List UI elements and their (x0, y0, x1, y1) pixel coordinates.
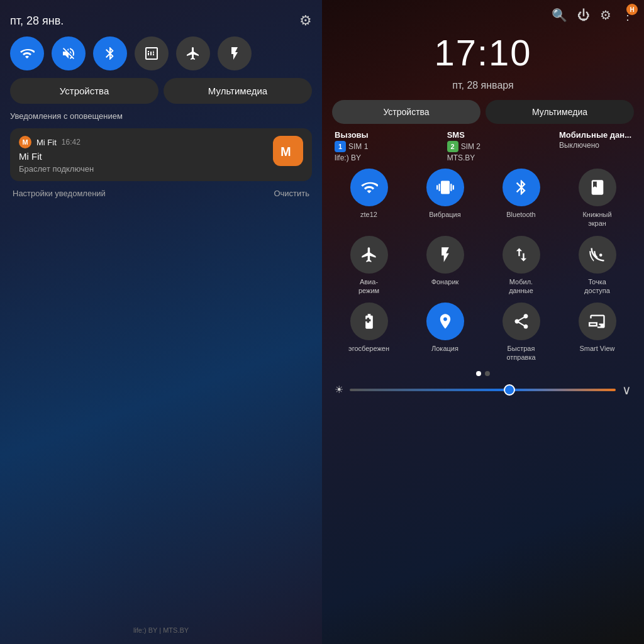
data-status: Выключено (559, 141, 599, 150)
brightness-row[interactable]: ☀ ∨ (332, 382, 634, 397)
left-header: пт, 28 янв. ⚙ (10, 13, 312, 29)
book-screen-circle (579, 169, 616, 206)
book-screen-label: Книжныйэкран (582, 210, 611, 228)
tab-row-right: Устройства Мультимедиа (332, 100, 634, 124)
notification-app-icon: M (19, 136, 31, 148)
vibration-toggle-right[interactable]: Вибрация (411, 169, 479, 228)
bluetooth-toggle-right[interactable]: Bluetooth (487, 169, 555, 228)
brightness-track[interactable] (350, 389, 616, 391)
calls-sim-name: SIM 1 (348, 142, 368, 151)
notifications-header: Уведомления с оповещением (10, 111, 312, 121)
settings-icon-left[interactable]: ⚙ (299, 13, 312, 29)
wifi-circle (350, 169, 388, 206)
smart-view-circle (579, 303, 616, 340)
data-label: Мобильные дан... (559, 130, 631, 140)
bluetooth-circle (502, 169, 540, 206)
calls-label: Вызовы (335, 130, 369, 140)
location-circle (426, 303, 464, 340)
sim-calls: Вызовы 1 SIM 1 life:) BY (335, 130, 369, 162)
pagination-dots (332, 371, 634, 376)
tab-row-left: Устройства Мультимедиа (10, 78, 312, 104)
battery-saver-label: эгосбережен (348, 344, 389, 353)
notification-content: M Mi Fit 16:42 Mi Fit Браслет подключен (19, 136, 94, 174)
notification-actions: Настройки уведомлений Очистить (10, 189, 312, 198)
dot-1 (476, 371, 481, 376)
mobile-data-circle (502, 236, 540, 274)
quick-toggles-left (10, 36, 312, 70)
notification-app-name: Mi Fit (36, 138, 57, 147)
battery-saver-toggle[interactable]: эгосбережен (335, 303, 403, 362)
book-screen-toggle[interactable]: Книжныйэкран (563, 169, 631, 228)
notification-clear-btn[interactable]: Очистить (274, 189, 309, 198)
notification-settings-btn[interactable]: Настройки уведомлений (13, 189, 106, 198)
quick-share-circle (502, 303, 540, 340)
quick-share-label: Быстраяотправка (506, 344, 535, 362)
tab-media-left[interactable]: Мультимедиа (164, 78, 312, 104)
sms-sim-row: 2 SIM 2 (447, 141, 480, 152)
sim2-badge: 2 (447, 141, 458, 152)
brightness-thumb (504, 384, 515, 396)
left-panel: пт, 28 янв. ⚙ (0, 0, 322, 644)
bluetooth-label: Bluetooth (506, 210, 535, 219)
smart-view-toggle[interactable]: Smart View (563, 303, 631, 362)
right-panel: 🔍 ⏻ ⚙ ⋮ H 17:10 пт, 28 января Устройства… (322, 0, 644, 644)
mobile-data-label: Мобил.данные (509, 277, 533, 296)
quick-share-toggle[interactable]: Быстраяотправка (487, 303, 555, 362)
flashlight-toggle-left[interactable] (218, 36, 252, 70)
location-toggle[interactable]: Локация (411, 303, 479, 362)
left-date: пт, 28 янв. (10, 14, 64, 28)
notification-title: Mi Fit (19, 151, 94, 162)
sms-sim-name: SIM 2 (461, 142, 480, 151)
vibration-label: Вибрация (429, 210, 460, 219)
notification-subtitle: Браслет подключен (19, 164, 94, 174)
sms-label: SMS (447, 130, 465, 140)
mute-toggle-left[interactable] (52, 36, 86, 70)
notification-time: 16:42 (62, 138, 80, 147)
mobile-data-toggle[interactable]: Мобил.данные (487, 236, 555, 296)
brightness-icon: ☀ (335, 384, 343, 396)
dot-2 (485, 371, 490, 376)
flashlight-toggle-right[interactable]: Фонарик (411, 236, 479, 296)
hotspot-circle (579, 236, 616, 274)
wifi-label: zte12 (360, 210, 377, 219)
calls-network: life:) BY (335, 153, 361, 162)
flashlight-circle (426, 236, 464, 274)
airplane-label: Авиа-режим (358, 277, 379, 296)
tab-devices-left[interactable]: Устройства (10, 78, 158, 104)
brightness-expand-icon[interactable]: ∨ (622, 382, 631, 397)
notification-top-row: M Mi Fit 16:42 (19, 136, 94, 148)
airplane-circle (350, 236, 388, 274)
right-clock: 17:10 (332, 31, 634, 74)
toggle-grid-right: zte12 Вибрация Bluetooth (332, 169, 634, 362)
sim-info-row: Вызовы 1 SIM 1 life:) BY SMS 2 SIM 2 MTS… (332, 130, 634, 162)
bluetooth-toggle-left[interactable] (93, 36, 127, 70)
sim1-badge: 1 (335, 141, 346, 152)
sim-data: Мобильные дан... Выключено (559, 130, 631, 162)
battery-saver-circle (350, 303, 388, 340)
notification-badge-dot: H (626, 4, 638, 15)
power-icon-right[interactable]: ⏻ (577, 8, 590, 23)
tab-devices-right[interactable]: Устройства (332, 100, 480, 124)
notification-card[interactable]: M Mi Fit 16:42 Mi Fit Браслет подключен … (10, 128, 312, 181)
wifi-toggle-left[interactable] (10, 36, 44, 70)
location-label: Локация (431, 344, 458, 353)
wifi-toggle-right[interactable]: zte12 (335, 169, 403, 228)
airplane-toggle-right[interactable]: Авиа-режим (335, 236, 403, 296)
right-date: пт, 28 января (332, 80, 634, 91)
smart-view-label: Smart View (579, 344, 614, 353)
hotspot-label: Точкадоступа (584, 277, 610, 296)
search-icon-right[interactable]: 🔍 (552, 8, 567, 23)
settings-icon-right[interactable]: ⚙ (600, 8, 611, 23)
svg-text:M: M (280, 145, 291, 158)
menu-badge[interactable]: ⋮ H (621, 8, 634, 23)
left-footer: life:) BY | MTS.BY (10, 626, 312, 634)
airplane-toggle-left[interactable] (176, 36, 210, 70)
sim-sms: SMS 2 SIM 2 MTS.BY (447, 130, 480, 162)
right-header: 🔍 ⏻ ⚙ ⋮ H (332, 8, 634, 25)
flashlight-label: Фонарик (431, 277, 459, 286)
vibration-circle (426, 169, 464, 206)
tab-media-right[interactable]: Мультимедиа (486, 100, 634, 124)
hotspot-toggle[interactable]: Точкадоступа (563, 236, 631, 296)
sms-network: MTS.BY (447, 153, 475, 162)
nfc-toggle-left[interactable] (135, 36, 169, 70)
